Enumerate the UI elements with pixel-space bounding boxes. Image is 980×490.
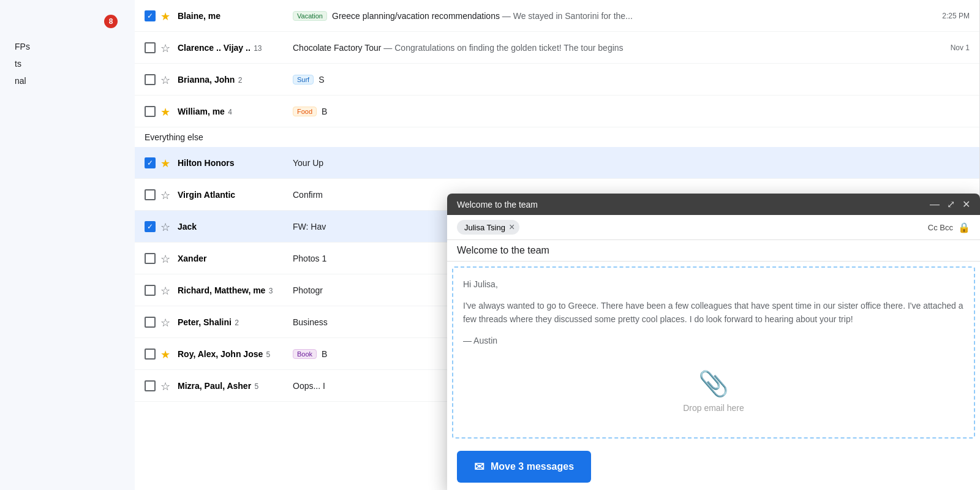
email-sender: Peter, Shalini 2 xyxy=(178,317,288,327)
email-subject-snippet: Photos 1 xyxy=(293,254,326,263)
body-signature: — Austin xyxy=(463,334,964,347)
star-icon[interactable]: ☆ xyxy=(160,221,173,233)
email-checkbox[interactable] xyxy=(145,285,156,296)
sidebar-item-ts[interactable]: ts xyxy=(0,55,135,72)
email-checkbox[interactable] xyxy=(145,157,156,168)
sidebar: 8 FPs ts nal xyxy=(0,0,135,490)
section-header-everything-else: Everything else xyxy=(135,127,979,147)
email-checkbox[interactable] xyxy=(145,221,156,232)
email-checkbox[interactable] xyxy=(145,253,156,264)
star-icon[interactable]: ★ xyxy=(160,348,173,360)
email-subject-snippet: Oops... I xyxy=(293,381,325,391)
notification-badge: 8 xyxy=(104,15,118,28)
email-subject-snippet: S xyxy=(318,75,324,85)
email-subject-snippet: Your Up xyxy=(293,158,323,168)
minimize-button[interactable]: — xyxy=(930,199,940,210)
recipient-chip[interactable]: Julisa Tsing × xyxy=(457,220,519,235)
cc-bcc-button[interactable]: Cc Bcc xyxy=(928,223,953,232)
move-messages-button[interactable]: ✉ Move 3 messages xyxy=(457,451,591,483)
email-content: Your Up xyxy=(293,158,970,168)
email-sender: Hilton Honors xyxy=(178,158,288,168)
label-badge: Vacation xyxy=(293,11,327,21)
label-badge: Book xyxy=(293,349,317,359)
email-row[interactable]: ★William, me 4FoodB xyxy=(135,96,979,127)
move-button-label: Move 3 messages xyxy=(491,461,574,472)
email-sender: Xander xyxy=(178,254,288,263)
star-icon[interactable]: ☆ xyxy=(160,42,173,54)
star-icon[interactable]: ☆ xyxy=(160,252,173,265)
email-subject-snippet: Business xyxy=(293,317,328,327)
recipient-name: Julisa Tsing xyxy=(464,223,505,232)
email-row[interactable]: ★Blaine, meVacationGreece planning/vacat… xyxy=(135,0,979,32)
email-subject-snippet: Chocolate Factory Tour — Congratulations… xyxy=(293,43,624,53)
email-sender: Richard, Matthew, me 3 xyxy=(178,285,288,295)
modal-header: Welcome to the team — ⤢ ✕ xyxy=(447,194,980,215)
modal-to-row: Julisa Tsing × Cc Bcc 🔒 xyxy=(447,215,980,240)
star-icon[interactable]: ☆ xyxy=(160,380,173,392)
modal-body-text: Hi Julisa, I've always wanted to go to G… xyxy=(463,277,964,347)
email-subject-snippet: Photogr xyxy=(293,285,323,295)
email-sender: Virgin Atlantic xyxy=(178,190,288,200)
email-timestamp: 2:25 PM xyxy=(942,12,970,20)
drop-text: Drop email here xyxy=(683,403,744,413)
star-icon[interactable]: ☆ xyxy=(160,189,173,201)
email-row[interactable]: ☆Brianna, John 2SurfS xyxy=(135,64,979,96)
recipient-remove-button[interactable]: × xyxy=(509,222,514,232)
drop-area[interactable]: 📎 Drop email here xyxy=(463,355,964,428)
email-checkbox[interactable] xyxy=(145,74,156,85)
star-icon[interactable]: ★ xyxy=(160,157,173,169)
body-greeting: Hi Julisa, xyxy=(463,277,964,291)
email-row[interactable]: ★Hilton HonorsYour Up xyxy=(135,147,979,179)
move-icon: ✉ xyxy=(474,459,484,474)
email-subject-snippet: FW: Hav xyxy=(293,222,326,232)
label-badge: Surf xyxy=(293,75,314,85)
email-checkbox[interactable] xyxy=(145,106,156,117)
email-sender: Brianna, John 2 xyxy=(178,75,288,85)
modal-body[interactable]: Hi Julisa, I've always wanted to go to G… xyxy=(452,266,975,439)
email-content: VacationGreece planning/vacation recomme… xyxy=(293,11,937,21)
email-sender: Mizra, Paul, Asher 5 xyxy=(178,381,288,391)
email-sender: Jack xyxy=(178,222,288,232)
attachment-icon: 📎 xyxy=(698,369,729,398)
email-checkbox[interactable] xyxy=(145,10,156,21)
close-button[interactable]: ✕ xyxy=(962,198,970,210)
email-content: Chocolate Factory Tour — Congratulations… xyxy=(293,43,946,53)
star-icon[interactable]: ★ xyxy=(160,105,173,118)
star-icon[interactable]: ☆ xyxy=(160,316,173,328)
star-icon[interactable]: ☆ xyxy=(160,74,173,86)
email-checkbox[interactable] xyxy=(145,380,156,391)
email-checkbox[interactable] xyxy=(145,317,156,328)
star-icon[interactable]: ☆ xyxy=(160,284,173,296)
maximize-button[interactable]: ⤢ xyxy=(947,198,955,210)
email-subject-snippet: B xyxy=(322,107,327,116)
sidebar-item-nal[interactable]: nal xyxy=(0,72,135,89)
email-sender: Roy, Alex, John Jose 5 xyxy=(178,349,288,359)
email-checkbox[interactable] xyxy=(145,42,156,53)
star-icon[interactable]: ★ xyxy=(160,10,173,22)
email-content: SurfS xyxy=(293,75,970,85)
email-checkbox[interactable] xyxy=(145,349,156,360)
email-sender: Clarence .. Vijay .. 13 xyxy=(178,43,288,53)
email-subject-snippet: Confirm xyxy=(293,190,323,200)
email-checkbox[interactable] xyxy=(145,189,156,200)
primary-email-section: ★Blaine, meVacationGreece planning/vacat… xyxy=(135,0,979,127)
modal-title: Welcome to the team xyxy=(457,200,538,209)
email-subject-snippet: B xyxy=(322,349,327,359)
email-content: FoodB xyxy=(293,107,970,116)
modal-subject: Welcome to the team xyxy=(447,240,980,262)
lock-icon: 🔒 xyxy=(958,222,970,233)
email-sender: Blaine, me xyxy=(178,11,288,21)
modal-footer: ✉ Move 3 messages xyxy=(447,443,980,490)
body-paragraph1: I've always wanted to go to Greece. Ther… xyxy=(463,299,964,326)
modal-controls: — ⤢ ✕ xyxy=(930,198,970,210)
email-row[interactable]: ☆Clarence .. Vijay .. 13Chocolate Factor… xyxy=(135,32,979,64)
sidebar-item-fps[interactable]: FPs xyxy=(0,38,135,55)
email-sender: William, me 4 xyxy=(178,107,288,116)
email-timestamp: Nov 1 xyxy=(951,43,970,52)
email-subject-snippet: Greece planning/vacation recommendations… xyxy=(332,11,633,21)
compose-modal: Welcome to the team — ⤢ ✕ Julisa Tsing ×… xyxy=(447,194,980,490)
label-badge: Food xyxy=(293,107,317,116)
